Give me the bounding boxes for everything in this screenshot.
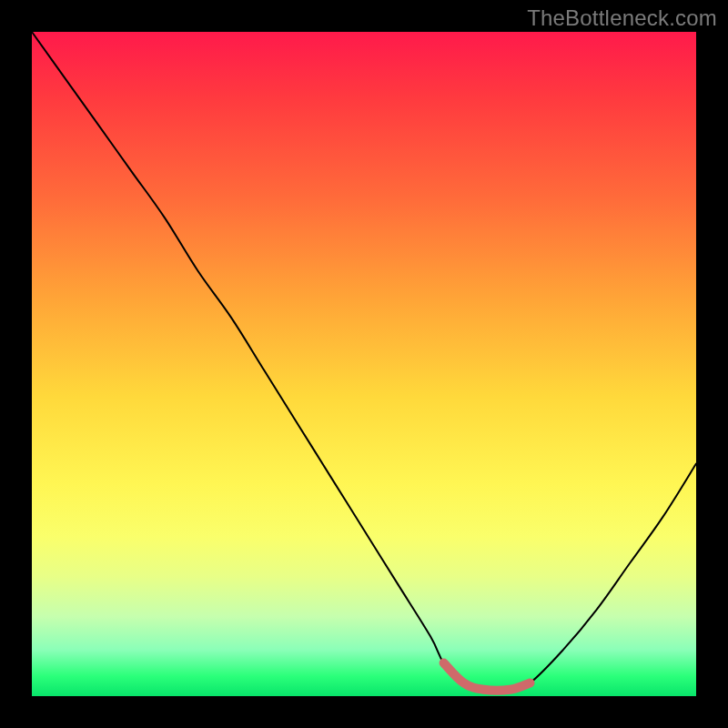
chart-frame: TheBottleneck.com bbox=[0, 0, 728, 728]
highlight-segment bbox=[444, 663, 531, 691]
bottleneck-curve bbox=[32, 32, 696, 691]
watermark-text: TheBottleneck.com bbox=[527, 5, 717, 31]
curve-layer bbox=[32, 32, 696, 696]
plot-area bbox=[32, 32, 696, 696]
